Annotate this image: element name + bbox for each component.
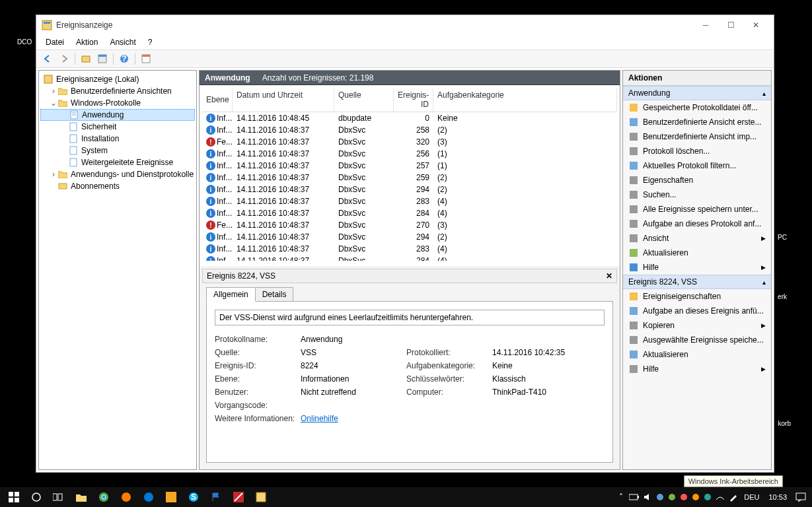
action-item[interactable]: Eigenschaften xyxy=(623,173,771,187)
forward-button[interactable] xyxy=(57,51,71,66)
taskbar-flag-icon[interactable] xyxy=(205,487,227,507)
tray-icon[interactable] xyxy=(678,487,690,507)
actions-section-event[interactable]: Ereignis 8224, VSS ▴ xyxy=(623,275,771,289)
tray-network-icon[interactable] xyxy=(714,487,727,507)
action-item[interactable]: Aktualisieren xyxy=(623,246,771,260)
tree-setup-log[interactable]: Installation xyxy=(40,133,195,145)
action-item[interactable]: Protokoll löschen... xyxy=(623,144,771,158)
tree-custom-views[interactable]: › Benutzerdefinierte Ansichten xyxy=(40,85,195,97)
col-level[interactable]: Ebene xyxy=(202,88,233,112)
tray-battery-icon[interactable] xyxy=(628,487,641,507)
col-eventid[interactable]: Ereignis-ID xyxy=(394,88,433,112)
action-item[interactable]: Ansicht▶ xyxy=(623,231,771,246)
clock[interactable]: 10:53 xyxy=(763,493,792,501)
detail-close-button[interactable]: ✕ xyxy=(606,271,612,281)
taskbar-firefox-icon[interactable] xyxy=(115,487,137,507)
taskview-button[interactable] xyxy=(48,487,70,507)
menu-ansicht[interactable]: Ansicht xyxy=(104,36,141,48)
close-button[interactable]: ✕ xyxy=(743,16,768,34)
table-row[interactable]: iInf...14.11.2016 10:48:37DbxSvc257(1) xyxy=(202,160,617,172)
menu-datei[interactable]: Datei xyxy=(40,36,69,48)
table-row[interactable]: iInf...14.11.2016 10:48:37DbxSvc284(4) xyxy=(202,207,617,219)
action-item[interactable]: Hilfe▶ xyxy=(623,362,771,376)
table-row[interactable]: iInf...14.11.2016 10:48:37DbxSvc258(2) xyxy=(202,124,617,136)
table-row[interactable]: iInf...14.11.2016 10:48:37DbxSvc284(4) xyxy=(202,255,617,263)
maximize-button[interactable]: ☐ xyxy=(718,16,743,34)
action-center-icon[interactable] xyxy=(792,487,809,507)
back-button[interactable] xyxy=(40,51,55,66)
col-source[interactable]: Quelle xyxy=(334,88,394,112)
taskbar-chrome-icon[interactable] xyxy=(92,487,115,507)
taskbar-edge-icon[interactable] xyxy=(137,487,160,507)
tree-system-log[interactable]: System xyxy=(40,145,195,156)
start-button[interactable] xyxy=(3,487,25,507)
tray-ink-icon[interactable] xyxy=(727,487,740,507)
action-item[interactable]: Benutzerdefinierte Ansicht erste... xyxy=(623,115,771,129)
action-item[interactable]: Gespeicherte Protokolldatei öff... xyxy=(623,100,771,115)
table-row[interactable]: !Fe...14.11.2016 10:48:37DbxSvc320(3) xyxy=(202,136,617,148)
taskbar-app-icon[interactable] xyxy=(227,487,250,507)
action-item[interactable]: Hilfe▶ xyxy=(623,260,771,275)
taskbar-skype-icon[interactable]: S xyxy=(182,487,205,507)
action-item[interactable]: Aktuelles Protokoll filtern... xyxy=(623,158,771,173)
table-row[interactable]: iInf...14.11.2016 10:48:37DbxSvc259(2) xyxy=(202,172,617,184)
action-item[interactable]: Aufgabe an dieses Ereignis anfü... xyxy=(623,304,771,318)
tree-app-log[interactable]: Anwendung xyxy=(40,109,195,121)
action-item[interactable]: Aufgabe an dieses Protokoll anf... xyxy=(623,217,771,231)
col-date[interactable]: Datum und Uhrzeit xyxy=(233,88,334,112)
tray-icon[interactable] xyxy=(654,487,666,507)
action-item[interactable]: Alle Ereignisse speichern unter... xyxy=(623,202,771,217)
table-row[interactable]: iInf...14.11.2016 10:48:45dbupdate0Keine xyxy=(202,112,617,124)
cell-category: (4) xyxy=(433,197,617,206)
table-row[interactable]: iInf...14.11.2016 10:48:37DbxSvc283(4) xyxy=(202,195,617,207)
tree-root[interactable]: Ereignisanzeige (Lokal) xyxy=(40,73,195,85)
action-item[interactable]: Kopieren▶ xyxy=(623,318,771,333)
tray-volume-icon[interactable] xyxy=(641,487,654,507)
table-row[interactable]: iInf...14.11.2016 10:48:37DbxSvc283(4) xyxy=(202,243,617,255)
tree-forwarded-log[interactable]: Weitergeleitete Ereignisse xyxy=(40,156,195,168)
grid-header[interactable]: Ebene Datum und Uhrzeit Quelle Ereignis-… xyxy=(202,88,617,112)
menu-aktion[interactable]: Aktion xyxy=(71,36,103,48)
minimize-button[interactable]: ─ xyxy=(693,16,718,34)
tray-icon[interactable] xyxy=(690,487,702,507)
action-item[interactable]: Ereigniseigenschaften xyxy=(623,289,771,304)
table-row[interactable]: iInf...14.11.2016 10:48:37DbxSvc294(2) xyxy=(202,231,617,243)
actions-section-app[interactable]: Anwendung ▴ xyxy=(623,86,771,100)
toolbar-icon[interactable] xyxy=(95,51,110,66)
action-item[interactable]: Benutzerdefinierte Ansicht imp... xyxy=(623,129,771,144)
chevron-up-icon: ▴ xyxy=(762,90,766,97)
toolbar-icon[interactable] xyxy=(79,51,93,66)
action-item[interactable]: Ausgewählte Ereignisse speiche... xyxy=(623,333,771,347)
action-label: Alle Ereignisse speichern unter... xyxy=(643,205,758,214)
language-indicator[interactable]: DEU xyxy=(740,493,763,501)
toolbar-icon[interactable] xyxy=(139,51,153,66)
titlebar[interactable]: Ereignisanzeige ─ ☐ ✕ xyxy=(36,15,774,35)
tray-icon[interactable] xyxy=(666,487,678,507)
tab-details[interactable]: Details xyxy=(255,287,294,302)
taskbar-explorer-icon[interactable] xyxy=(70,487,92,507)
taskbar-app-icon[interactable] xyxy=(160,487,182,507)
tree-subscriptions[interactable]: Abonnements xyxy=(40,180,195,192)
svg-rect-54 xyxy=(638,496,639,498)
taskbar-eventviewer-icon[interactable] xyxy=(250,487,272,507)
table-row[interactable]: iInf...14.11.2016 10:48:37DbxSvc294(2) xyxy=(202,184,617,195)
menu-help[interactable]: ? xyxy=(143,36,158,48)
table-row[interactable]: iInf...14.11.2016 10:48:37DbxSvc256(1) xyxy=(202,148,617,160)
cortana-button[interactable] xyxy=(25,487,48,507)
tab-general[interactable]: Allgemein xyxy=(206,287,256,302)
help-icon[interactable]: ? xyxy=(117,51,131,66)
table-row[interactable]: !Fe...14.11.2016 10:48:37DbxSvc270(3) xyxy=(202,219,617,231)
tree-windows-logs[interactable]: ⌄ Windows-Protokolle xyxy=(40,97,195,109)
desktop-icon-label: erk xyxy=(778,293,787,300)
nav-tree[interactable]: Ereignisanzeige (Lokal) › Benutzerdefini… xyxy=(38,70,197,470)
event-grid[interactable]: Ebene Datum und Uhrzeit Quelle Ereignis-… xyxy=(200,85,620,263)
online-help-link[interactable]: Onlinehilfe xyxy=(301,414,406,423)
action-item[interactable]: Aktualisieren xyxy=(623,347,771,362)
taskbar[interactable]: S ˄ DEU 10:53 xyxy=(0,487,812,507)
tray-icon[interactable] xyxy=(702,487,714,507)
col-category[interactable]: Aufgabenkategorie xyxy=(433,88,617,112)
tree-security-log[interactable]: Sicherheit xyxy=(40,121,195,133)
tray-chevron-icon[interactable]: ˄ xyxy=(614,487,628,507)
action-item[interactable]: Suchen... xyxy=(623,187,771,202)
tree-app-service-logs[interactable]: › Anwendungs- und Dienstprotokolle xyxy=(40,168,195,180)
